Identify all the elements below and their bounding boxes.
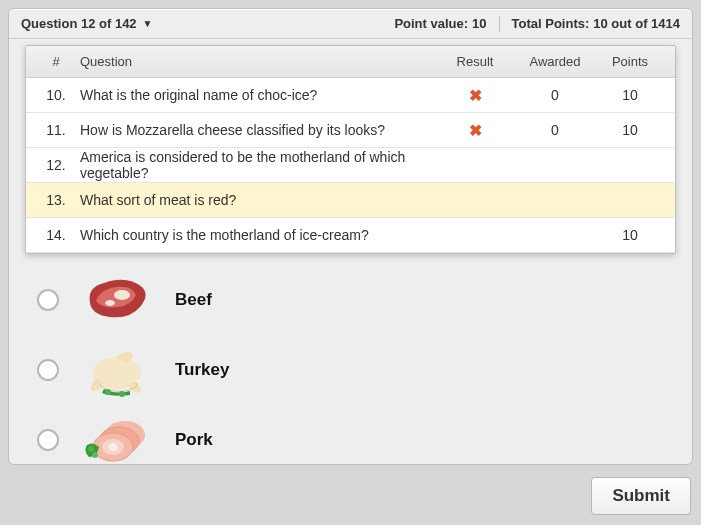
- table-row[interactable]: 12.America is considered to be the mothe…: [26, 148, 675, 183]
- row-number: 10.: [36, 87, 76, 103]
- beef-icon: [77, 270, 157, 330]
- turkey-icon: [77, 340, 157, 400]
- row-number: 11.: [36, 122, 76, 138]
- question-selector[interactable]: Question 12 of 142 ▼: [21, 16, 153, 31]
- total-points: 10 out of 1414: [593, 16, 680, 31]
- row-awarded: 0: [515, 122, 595, 138]
- point-value-label: Point value:: [394, 16, 468, 31]
- table-row[interactable]: 10.What is the original name of choc-ice…: [26, 78, 675, 113]
- row-awarded: 0: [515, 87, 595, 103]
- dropdown-header: # Question Result Awarded Points: [26, 46, 675, 78]
- radio-button[interactable]: [37, 429, 59, 451]
- wrong-icon: ✖: [469, 122, 482, 139]
- svg-point-1: [105, 300, 115, 306]
- wrong-icon: ✖: [469, 87, 482, 104]
- svg-point-10: [88, 446, 94, 452]
- col-awarded-header: Awarded: [515, 54, 595, 69]
- radio-button[interactable]: [37, 359, 59, 381]
- row-question: What sort of meat is red?: [76, 192, 435, 208]
- row-result: ✖: [435, 121, 515, 140]
- table-row[interactable]: 14.Which country is the motherland of ic…: [26, 218, 675, 253]
- answer-option[interactable]: Turkey: [37, 335, 672, 405]
- row-number: 12.: [36, 157, 76, 173]
- col-num-header: #: [36, 54, 76, 69]
- row-number: 14.: [36, 227, 76, 243]
- pork-icon: [77, 410, 157, 470]
- question-dropdown: # Question Result Awarded Points 10.What…: [25, 45, 676, 254]
- svg-point-0: [114, 290, 130, 300]
- quiz-panel: Question 12 of 142 ▼ Point value: 10 Tot…: [8, 8, 693, 465]
- svg-point-3: [105, 389, 111, 395]
- radio-button[interactable]: [37, 289, 59, 311]
- divider: [499, 16, 500, 32]
- col-result-header: Result: [435, 54, 515, 69]
- answer-list: BeefTurkeyPork: [37, 265, 672, 454]
- row-points: 10: [595, 87, 665, 103]
- svg-point-11: [92, 452, 98, 458]
- table-row[interactable]: 13.What sort of meat is red?: [26, 183, 675, 218]
- question-indicator: Question 12 of 142: [21, 16, 137, 31]
- submit-wrap: Submit: [591, 477, 691, 515]
- row-points: 10: [595, 122, 665, 138]
- row-question: What is the original name of choc-ice?: [76, 87, 435, 103]
- app-root: Question 12 of 142 ▼ Point value: 10 Tot…: [0, 0, 701, 525]
- row-question: How is Mozzarella cheese classified by i…: [76, 122, 435, 138]
- answer-option[interactable]: Beef: [37, 265, 672, 335]
- submit-button[interactable]: Submit: [591, 477, 691, 515]
- answer-label: Pork: [175, 430, 213, 450]
- answer-label: Beef: [175, 290, 212, 310]
- row-question: Which country is the motherland of ice-c…: [76, 227, 435, 243]
- top-bar: Question 12 of 142 ▼ Point value: 10 Tot…: [9, 9, 692, 39]
- chevron-down-icon: ▼: [143, 18, 153, 29]
- svg-point-4: [119, 391, 125, 397]
- row-number: 13.: [36, 192, 76, 208]
- col-question-header: Question: [76, 54, 435, 69]
- answer-option[interactable]: Pork: [37, 405, 672, 475]
- svg-point-9: [108, 443, 118, 451]
- table-row[interactable]: 11.How is Mozzarella cheese classified b…: [26, 113, 675, 148]
- row-points: 10: [595, 227, 665, 243]
- table-row[interactable]: 15.Which international marking confirms …: [26, 253, 675, 254]
- answer-label: Turkey: [175, 360, 230, 380]
- point-value: 10: [472, 16, 486, 31]
- row-question: America is considered to be the motherla…: [76, 149, 435, 181]
- col-points-header: Points: [595, 54, 665, 69]
- total-points-label: Total Points:: [512, 16, 590, 31]
- row-result: ✖: [435, 86, 515, 105]
- score-info: Point value: 10 Total Points: 10 out of …: [394, 16, 680, 32]
- dropdown-rows: 10.What is the original name of choc-ice…: [26, 78, 675, 254]
